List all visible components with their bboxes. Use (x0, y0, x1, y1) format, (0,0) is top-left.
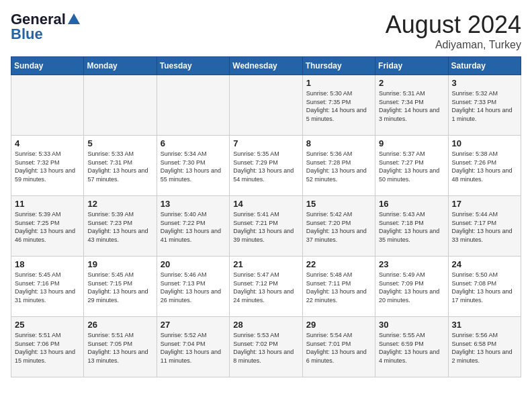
day-number: 3 (452, 78, 517, 88)
day-detail: Sunrise: 5:48 AMSunset: 7:11 PMDaylight:… (306, 271, 371, 304)
day-detail: Sunrise: 5:41 AMSunset: 7:21 PMDaylight:… (233, 210, 298, 244)
calendar-cell: 3Sunrise: 5:32 AMSunset: 7:33 PMDaylight… (448, 75, 521, 136)
day-detail: Sunrise: 5:39 AMSunset: 7:25 PMDaylight:… (15, 210, 80, 244)
day-detail: Sunrise: 5:30 AMSunset: 7:35 PMDaylight:… (306, 89, 371, 123)
day-number: 8 (306, 138, 371, 148)
header-day-thursday: Thursday (302, 57, 375, 75)
day-detail: Sunrise: 5:51 AMSunset: 7:05 PMDaylight:… (87, 331, 152, 365)
calendar-cell: 6Sunrise: 5:34 AMSunset: 7:30 PMDaylight… (157, 136, 229, 196)
calendar-cell: 29Sunrise: 5:54 AMSunset: 7:01 PMDayligh… (302, 317, 375, 377)
calendar-cell: 12Sunrise: 5:39 AMSunset: 7:23 PMDayligh… (84, 196, 157, 257)
header-day-wednesday: Wednesday (230, 57, 302, 75)
calendar-cell: 25Sunrise: 5:51 AMSunset: 7:06 PMDayligh… (11, 317, 84, 377)
calendar-cell: 14Sunrise: 5:41 AMSunset: 7:21 PMDayligh… (230, 196, 302, 257)
calendar-cell: 2Sunrise: 5:31 AMSunset: 7:34 PMDaylight… (375, 75, 448, 136)
calendar-cell (230, 75, 302, 136)
day-detail: Sunrise: 5:31 AMSunset: 7:34 PMDaylight:… (379, 89, 444, 123)
day-detail: Sunrise: 5:36 AMSunset: 7:28 PMDaylight:… (306, 150, 371, 183)
day-number: 9 (379, 138, 444, 148)
week-row-1: 1Sunrise: 5:30 AMSunset: 7:35 PMDaylight… (11, 75, 521, 136)
day-number: 17 (452, 199, 517, 209)
day-detail: Sunrise: 5:44 AMSunset: 7:17 PMDaylight:… (452, 210, 517, 244)
week-row-5: 25Sunrise: 5:51 AMSunset: 7:06 PMDayligh… (11, 317, 521, 377)
day-detail: Sunrise: 5:42 AMSunset: 7:20 PMDaylight:… (306, 210, 371, 244)
calendar-cell: 1Sunrise: 5:30 AMSunset: 7:35 PMDaylight… (302, 75, 375, 136)
header-day-tuesday: Tuesday (157, 57, 229, 75)
day-number: 29 (306, 320, 371, 330)
calendar-cell: 15Sunrise: 5:42 AMSunset: 7:20 PMDayligh… (302, 196, 375, 257)
calendar-cell: 21Sunrise: 5:47 AMSunset: 7:12 PMDayligh… (230, 257, 302, 317)
day-number: 31 (452, 320, 517, 330)
day-detail: Sunrise: 5:46 AMSunset: 7:13 PMDaylight:… (161, 271, 226, 304)
day-number: 10 (452, 138, 517, 148)
calendar-cell: 24Sunrise: 5:50 AMSunset: 7:08 PMDayligh… (448, 257, 521, 317)
calendar-cell: 18Sunrise: 5:45 AMSunset: 7:16 PMDayligh… (11, 257, 84, 317)
day-number: 24 (452, 259, 517, 269)
calendar-cell: 23Sunrise: 5:49 AMSunset: 7:09 PMDayligh… (375, 257, 448, 317)
logo-icon (66, 12, 81, 27)
day-detail: Sunrise: 5:43 AMSunset: 7:18 PMDaylight:… (379, 210, 444, 244)
day-detail: Sunrise: 5:33 AMSunset: 7:32 PMDaylight:… (15, 150, 80, 183)
day-detail: Sunrise: 5:51 AMSunset: 7:06 PMDaylight:… (15, 331, 80, 365)
day-detail: Sunrise: 5:34 AMSunset: 7:30 PMDaylight:… (161, 150, 226, 183)
day-number: 6 (161, 138, 226, 148)
day-number: 15 (306, 199, 371, 209)
day-number: 23 (379, 259, 444, 269)
day-number: 5 (87, 138, 152, 148)
day-number: 21 (233, 259, 298, 269)
calendar-cell (157, 75, 229, 136)
header-day-saturday: Saturday (448, 57, 521, 75)
week-row-2: 4Sunrise: 5:33 AMSunset: 7:32 PMDaylight… (11, 136, 521, 196)
calendar-cell: 31Sunrise: 5:56 AMSunset: 6:58 PMDayligh… (448, 317, 521, 377)
day-number: 1 (306, 78, 371, 88)
calendar-cell: 8Sunrise: 5:36 AMSunset: 7:28 PMDaylight… (302, 136, 375, 196)
calendar-cell: 13Sunrise: 5:40 AMSunset: 7:22 PMDayligh… (157, 196, 229, 257)
calendar-cell (11, 75, 84, 136)
location: Adiyaman, Turkey (386, 39, 521, 51)
day-detail: Sunrise: 5:56 AMSunset: 6:58 PMDaylight:… (452, 331, 517, 365)
page-header: General Blue August 2024 Adiyaman, Turke… (11, 11, 521, 51)
day-detail: Sunrise: 5:35 AMSunset: 7:29 PMDaylight:… (233, 150, 298, 183)
calendar-cell: 27Sunrise: 5:52 AMSunset: 7:04 PMDayligh… (157, 317, 229, 377)
day-number: 30 (379, 320, 444, 330)
calendar-cell: 10Sunrise: 5:38 AMSunset: 7:26 PMDayligh… (448, 136, 521, 196)
header-day-sunday: Sunday (11, 57, 84, 75)
day-detail: Sunrise: 5:37 AMSunset: 7:27 PMDaylight:… (379, 150, 444, 183)
day-detail: Sunrise: 5:45 AMSunset: 7:15 PMDaylight:… (87, 271, 152, 304)
day-detail: Sunrise: 5:53 AMSunset: 7:02 PMDaylight:… (233, 331, 298, 365)
calendar-cell: 19Sunrise: 5:45 AMSunset: 7:15 PMDayligh… (84, 257, 157, 317)
day-detail: Sunrise: 5:40 AMSunset: 7:22 PMDaylight:… (161, 210, 226, 244)
header-day-friday: Friday (375, 57, 448, 75)
day-number: 4 (15, 138, 80, 148)
day-number: 13 (161, 199, 226, 209)
month-year: August 2024 (386, 11, 521, 39)
day-number: 16 (379, 199, 444, 209)
day-detail: Sunrise: 5:32 AMSunset: 7:33 PMDaylight:… (452, 89, 517, 123)
week-row-4: 18Sunrise: 5:45 AMSunset: 7:16 PMDayligh… (11, 257, 521, 317)
day-number: 11 (15, 199, 80, 209)
calendar-cell: 9Sunrise: 5:37 AMSunset: 7:27 PMDaylight… (375, 136, 448, 196)
logo-blue: Blue (11, 26, 43, 43)
day-number: 25 (15, 320, 80, 330)
calendar-cell: 26Sunrise: 5:51 AMSunset: 7:05 PMDayligh… (84, 317, 157, 377)
day-number: 12 (87, 199, 152, 209)
svg-marker-0 (68, 13, 80, 24)
header-row: SundayMondayTuesdayWednesdayThursdayFrid… (11, 57, 521, 75)
calendar-cell: 4Sunrise: 5:33 AMSunset: 7:32 PMDaylight… (11, 136, 84, 196)
week-row-3: 11Sunrise: 5:39 AMSunset: 7:25 PMDayligh… (11, 196, 521, 257)
day-detail: Sunrise: 5:54 AMSunset: 7:01 PMDaylight:… (306, 331, 371, 365)
day-detail: Sunrise: 5:45 AMSunset: 7:16 PMDaylight:… (15, 271, 80, 304)
day-number: 2 (379, 78, 444, 88)
title-block: August 2024 Adiyaman, Turkey (386, 11, 521, 51)
day-number: 14 (233, 199, 298, 209)
day-number: 22 (306, 259, 371, 269)
day-number: 18 (15, 259, 80, 269)
day-number: 20 (161, 259, 226, 269)
calendar-cell: 17Sunrise: 5:44 AMSunset: 7:17 PMDayligh… (448, 196, 521, 257)
calendar-cell: 16Sunrise: 5:43 AMSunset: 7:18 PMDayligh… (375, 196, 448, 257)
day-number: 19 (87, 259, 152, 269)
day-detail: Sunrise: 5:33 AMSunset: 7:31 PMDaylight:… (87, 150, 152, 183)
calendar-cell: 7Sunrise: 5:35 AMSunset: 7:29 PMDaylight… (230, 136, 302, 196)
day-detail: Sunrise: 5:38 AMSunset: 7:26 PMDaylight:… (452, 150, 517, 183)
calendar-cell: 28Sunrise: 5:53 AMSunset: 7:02 PMDayligh… (230, 317, 302, 377)
